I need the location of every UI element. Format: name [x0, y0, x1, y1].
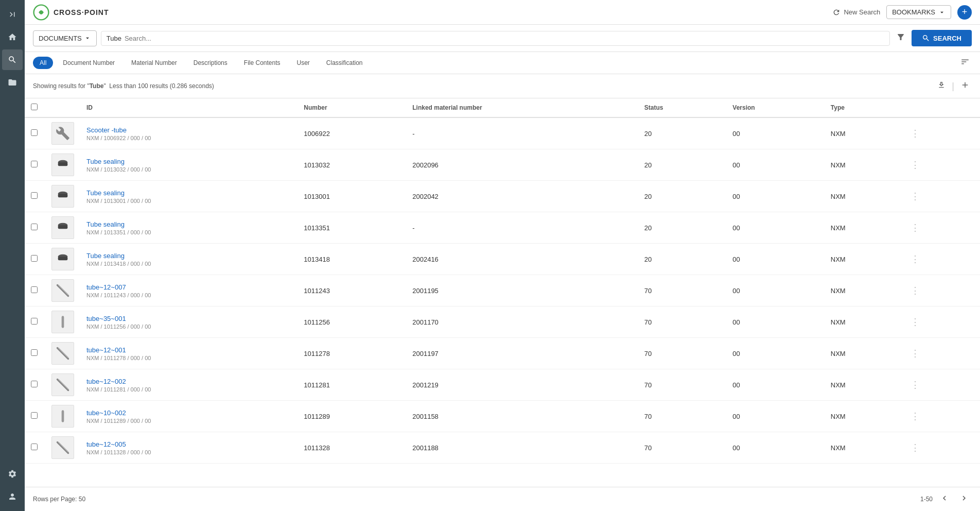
bookmarks-button[interactable]: BOOKMARKS: [886, 5, 951, 19]
nav-files[interactable]: [2, 72, 23, 93]
table-row[interactable]: Scooter -tube NXM / 1006922 / 000 / 00 1…: [25, 117, 980, 149]
col-type[interactable]: Type: [825, 98, 902, 117]
row-status-cell: 20: [638, 181, 727, 212]
row-version-cell: 00: [726, 181, 824, 212]
tab-user[interactable]: User: [290, 57, 317, 69]
nav-home[interactable]: [2, 27, 23, 47]
add-icon: +: [962, 7, 968, 18]
table-row[interactable]: Tube sealing NXM / 1013418 / 000 / 00 10…: [25, 244, 980, 275]
columns-button[interactable]: [958, 55, 972, 71]
row-checkbox[interactable]: [31, 129, 38, 136]
row-number-cell: 1013351: [297, 212, 406, 244]
item-name[interactable]: tube~12~005: [86, 440, 291, 448]
col-linked[interactable]: Linked material number: [406, 98, 638, 117]
logo-area: CROSS·POINT: [33, 4, 826, 21]
table-row[interactable]: Tube sealing NXM / 1013001 / 000 / 00 10…: [25, 181, 980, 212]
col-id[interactable]: ID: [80, 98, 297, 117]
item-linked: -: [412, 224, 414, 232]
row-checkbox[interactable]: [31, 412, 38, 419]
table-row[interactable]: Tube sealing NXM / 1013351 / 000 / 00 10…: [25, 212, 980, 244]
item-status: 70: [644, 287, 652, 295]
search-button[interactable]: SEARCH: [912, 30, 972, 46]
nav-expand[interactable]: [2, 4, 23, 25]
item-name[interactable]: Scooter -tube: [86, 126, 291, 134]
item-name[interactable]: Tube sealing: [86, 220, 291, 228]
item-version: 00: [732, 381, 740, 389]
row-more-cell: ⋮: [901, 212, 980, 244]
item-version: 00: [732, 130, 740, 138]
row-type-cell: NXM: [825, 181, 902, 212]
row-checkbox[interactable]: [31, 349, 38, 356]
tab-material-number[interactable]: Material Number: [125, 57, 184, 69]
col-version[interactable]: Version: [726, 98, 824, 117]
col-number[interactable]: Number: [297, 98, 406, 117]
table-row[interactable]: tube~12~001 NXM / 1011278 / 000 / 00 101…: [25, 338, 980, 369]
svg-rect-8: [58, 257, 68, 260]
add-column-button[interactable]: [958, 78, 972, 94]
item-name[interactable]: Tube sealing: [86, 158, 291, 165]
nav-settings[interactable]: [2, 464, 23, 484]
row-more-button[interactable]: ⋮: [907, 315, 923, 329]
search-input[interactable]: [125, 35, 884, 42]
prev-page-button[interactable]: [937, 492, 952, 506]
item-linked: 2002416: [412, 256, 439, 263]
row-checkbox[interactable]: [31, 224, 38, 230]
row-more-button[interactable]: ⋮: [907, 284, 923, 297]
table-row[interactable]: tube~12~005 NXM / 1011328 / 000 / 00 101…: [25, 432, 980, 464]
row-more-button[interactable]: ⋮: [907, 221, 923, 234]
item-name[interactable]: Tube sealing: [86, 252, 291, 260]
table-row[interactable]: tube~12~002 NXM / 1011281 / 000 / 00 101…: [25, 369, 980, 401]
row-more-button[interactable]: ⋮: [907, 127, 923, 140]
row-checkbox[interactable]: [31, 444, 38, 450]
item-name[interactable]: tube~12~001: [86, 346, 291, 354]
item-type: NXM: [831, 413, 846, 420]
row-checkbox[interactable]: [31, 161, 38, 167]
nav-user[interactable]: [2, 486, 23, 507]
table-row[interactable]: Tube sealing NXM / 1013032 / 000 / 00 10…: [25, 149, 980, 181]
export-button[interactable]: [935, 79, 948, 93]
item-name[interactable]: tube~12~002: [86, 378, 291, 385]
select-all-checkbox[interactable]: [31, 104, 38, 110]
row-more-button[interactable]: ⋮: [907, 252, 923, 266]
nav-search[interactable]: [2, 49, 23, 70]
add-button[interactable]: +: [957, 5, 972, 20]
item-name[interactable]: Tube sealing: [86, 189, 291, 197]
item-name[interactable]: tube~10~002: [86, 409, 291, 417]
table-row[interactable]: tube~35~001 NXM / 1011256 / 000 / 00 101…: [25, 306, 980, 338]
row-more-button[interactable]: ⋮: [907, 410, 923, 423]
tab-descriptions[interactable]: Descriptions: [187, 57, 234, 69]
table-row[interactable]: tube~10~002 NXM / 1011289 / 000 / 00 101…: [25, 401, 980, 432]
tab-file-contents[interactable]: File Contents: [237, 57, 287, 69]
table-row[interactable]: tube~12~007 NXM / 1011243 / 000 / 00 101…: [25, 275, 980, 306]
col-status[interactable]: Status: [638, 98, 727, 117]
new-search-button[interactable]: New Search: [832, 8, 880, 16]
row-more-button[interactable]: ⋮: [907, 190, 923, 203]
row-more-button[interactable]: ⋮: [907, 378, 923, 391]
item-type: NXM: [831, 161, 846, 169]
row-checkbox[interactable]: [31, 255, 38, 262]
row-checkbox[interactable]: [31, 381, 38, 387]
row-more-button[interactable]: ⋮: [907, 158, 923, 172]
row-more-button[interactable]: ⋮: [907, 347, 923, 360]
item-name[interactable]: tube~35~001: [86, 315, 291, 322]
search-prefix: Tube: [107, 35, 121, 42]
item-path: NXM / 1013418 / 000 / 00: [86, 261, 291, 267]
search-icon: [922, 34, 930, 42]
tab-classification[interactable]: Classification: [320, 57, 370, 69]
row-checkbox[interactable]: [31, 286, 38, 293]
row-type-cell: NXM: [825, 306, 902, 338]
filter-button[interactable]: [894, 30, 907, 46]
next-page-button[interactable]: [956, 492, 972, 506]
tab-all[interactable]: All: [33, 57, 53, 69]
row-thumb-cell: [45, 244, 80, 275]
item-linked: 2001170: [412, 318, 439, 326]
row-checkbox[interactable]: [31, 192, 38, 199]
row-checkbox[interactable]: [31, 318, 38, 325]
tab-document-number[interactable]: Document Number: [56, 57, 121, 69]
row-more-cell: ⋮: [901, 369, 980, 401]
doc-type-label: DOCUMENTS: [39, 35, 82, 42]
row-more-button[interactable]: ⋮: [907, 441, 923, 454]
doc-type-button[interactable]: DOCUMENTS: [33, 30, 97, 46]
table-header-row: ID Number Linked material number Status …: [25, 98, 980, 117]
item-name[interactable]: tube~12~007: [86, 283, 291, 291]
